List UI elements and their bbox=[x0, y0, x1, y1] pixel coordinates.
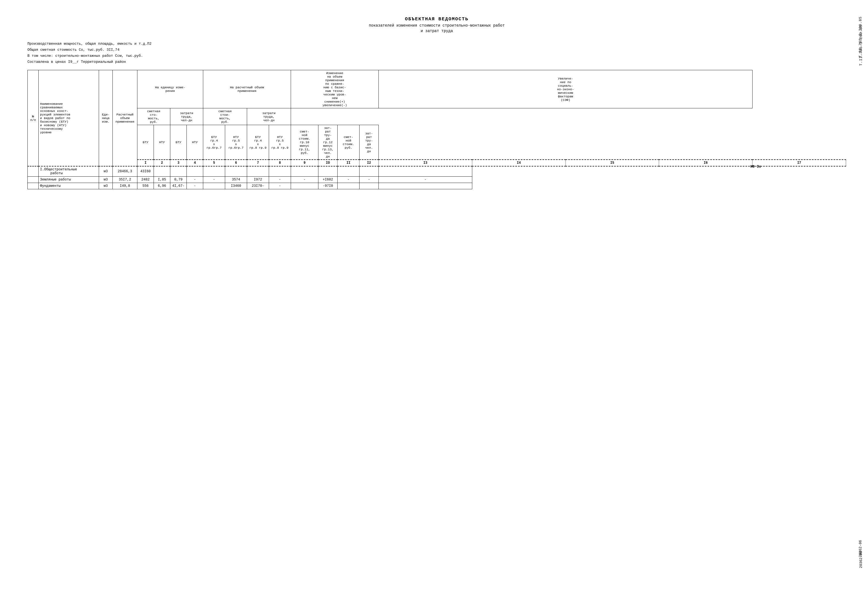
row2-c12: - bbox=[269, 177, 291, 183]
colnum-13: I3 bbox=[379, 160, 472, 166]
hdr-col14: смет-нойстоим.гр.10минусгр.11,руб. bbox=[291, 125, 319, 160]
header-col4: Расчетныйобъемприменения bbox=[113, 70, 137, 167]
row1-c8 bbox=[187, 166, 203, 177]
hdr-ntu4: НТУгр.5хгр.8 гр.9 bbox=[269, 125, 291, 160]
row3-c15 bbox=[338, 183, 360, 189]
row3-c10: I3460 bbox=[225, 183, 247, 189]
row1-name: I.Общестроительные работы bbox=[39, 166, 99, 177]
row3-c17 bbox=[379, 183, 472, 189]
header-col3: Еди-ницаизм. bbox=[99, 70, 113, 167]
colnum-4: 4 bbox=[187, 160, 203, 166]
hdr-col15b: смет-нойстоим.руб. bbox=[338, 125, 360, 160]
ho-io-annotation: HO Io bbox=[750, 164, 761, 169]
colnum-9: 9 bbox=[291, 160, 319, 166]
header-sub-zatrat2: затратитруда,чел-дн bbox=[247, 108, 291, 125]
row1-c7 bbox=[170, 166, 187, 177]
main-table: №п/п Наименованиесравниваемыхосновных ко… bbox=[27, 70, 846, 189]
row1-c6 bbox=[154, 166, 170, 177]
row2-c9: - bbox=[203, 177, 225, 183]
meta-line2: Общая сметная стоимость Со, тыс.руб. 3II… bbox=[27, 47, 846, 53]
row3-c9 bbox=[203, 183, 225, 189]
colnum-15: I5 bbox=[565, 160, 659, 166]
colnum-17: I7 bbox=[753, 160, 846, 166]
row1-num bbox=[28, 166, 39, 177]
header-col1: №п/п bbox=[28, 70, 39, 167]
row3-c16 bbox=[360, 183, 379, 189]
colnum-6: 6 bbox=[225, 160, 247, 166]
row2-c7: 0,79 bbox=[170, 177, 187, 183]
colnum-3: 3 bbox=[170, 160, 187, 166]
side-ref-bottom: 20362-06 bbox=[859, 551, 863, 568]
row1-vol1: 28466,3 bbox=[113, 166, 137, 177]
colnum-2: 2 bbox=[154, 160, 170, 166]
row1-c11 bbox=[247, 166, 269, 177]
header-sub-smetna: сметнаясто-мость,руб. bbox=[137, 108, 170, 125]
meta-line3: В том числе: строительно-монтажных работ… bbox=[27, 53, 846, 59]
colnum-14: I4 bbox=[472, 160, 565, 166]
header-sub-zatrat: затратитруда,чел-дн bbox=[170, 108, 203, 125]
row1-c16 bbox=[360, 166, 379, 177]
header-col7: Изменениена объемпримененияпо сравне-нию… bbox=[291, 70, 379, 108]
hdr-btu3: БТУгр.4хгр.6гр.7 bbox=[203, 125, 225, 160]
colnum-12: I2 bbox=[360, 160, 379, 166]
hdr-ntu2: НТУ bbox=[187, 125, 203, 160]
row3-c11: 23I70- bbox=[247, 183, 269, 189]
row3-c14: -97I0 bbox=[319, 183, 338, 189]
colnum-11: II bbox=[338, 160, 360, 166]
hdr-btu1: БТУ bbox=[137, 125, 154, 160]
row1-vol2: 43I60 bbox=[137, 166, 154, 177]
row1-c17 bbox=[379, 166, 472, 177]
header-row-2: сметнаясто-мость,руб. затратитруда,чел-д… bbox=[28, 108, 846, 125]
row3-c8: - bbox=[187, 183, 203, 189]
header-col5-group: На единицу изме-рения bbox=[137, 70, 203, 108]
page-subtitle1: показателей изменения стоимости строител… bbox=[27, 23, 846, 28]
row2-c10: 3574 bbox=[225, 177, 247, 183]
row1-c14 bbox=[319, 166, 338, 177]
colnum-16: I6 bbox=[659, 160, 753, 166]
row2-vol2: 2482 bbox=[137, 177, 154, 183]
row2-c13: - bbox=[291, 177, 319, 183]
colnum-8: 8 bbox=[269, 160, 291, 166]
row2-num bbox=[28, 177, 39, 183]
row3-name: Фундаменты bbox=[39, 183, 99, 189]
colnum-7: 7 bbox=[247, 160, 269, 166]
hdr-col16: зат-раттру-дачел.дн bbox=[360, 125, 379, 160]
row3-c6: 6,96 bbox=[154, 183, 170, 189]
header-col8: Увеличе-ние посоциаль-но-эконо-мическимф… bbox=[379, 70, 753, 108]
row2-unit: м3 bbox=[99, 177, 113, 183]
row1-c10 bbox=[225, 166, 247, 177]
row1-c13 bbox=[291, 166, 319, 177]
row2-c6: I,85 bbox=[154, 177, 170, 183]
colnum-1: I bbox=[137, 160, 154, 166]
row3-vol1: I49,8 bbox=[113, 183, 137, 189]
row3-num bbox=[28, 183, 39, 189]
row2-c17: - bbox=[379, 177, 472, 183]
header-col6-group: На расчетный объемприменения bbox=[203, 70, 291, 108]
row1-unit: м3 bbox=[99, 166, 113, 177]
meta-line1: Производственная мощность, общая площадь… bbox=[27, 41, 846, 47]
meta-line4: Составлена в ценах I9__г Территориальный… bbox=[27, 59, 846, 65]
hdr-ntu1: НТУ bbox=[154, 125, 170, 160]
colnum-10: IO bbox=[319, 160, 338, 166]
hdr-ntu3: НТУгр.5хгр.6гр.7 bbox=[225, 125, 247, 160]
row3-unit: м3 bbox=[99, 183, 113, 189]
page-subtitle2: и затрат труда bbox=[27, 29, 846, 33]
colnum-5: 5 bbox=[203, 160, 225, 166]
table-row: Земляные работы м3 35I7,2 2482 I,85 0,79… bbox=[28, 177, 846, 183]
row1-c9 bbox=[203, 166, 225, 177]
hdr-btu4: БТУгр.4хгр.8 гр.9 bbox=[247, 125, 269, 160]
row3-vol2: 556 bbox=[137, 183, 154, 189]
row2-vol1: 35I7,2 bbox=[113, 177, 137, 183]
row3-c13 bbox=[291, 183, 319, 189]
hdr-btu2: БТУ bbox=[170, 125, 187, 160]
hdr-col15a: зат-раттру-дагр.12минусгр.13,чел.дн bbox=[319, 125, 338, 160]
row2-name: Земляные работы bbox=[39, 177, 99, 183]
row2-c14: +I602 bbox=[319, 177, 338, 183]
meta-block: Производственная мощность, общая площадь… bbox=[27, 41, 846, 65]
row3-c7: 4I,67- bbox=[170, 183, 187, 189]
header-row-btu-ntu: БТУ НТУ БТУ НТУ БТУгр.4хгр.6гр.7 НТУгр.5… bbox=[28, 125, 846, 160]
header-sub-smetna2: сметнаястои-мость,руб. bbox=[203, 108, 247, 125]
col-numbers-row: I 2 3 4 5 6 7 8 9 IO II I2 I3 I4 I5 I6 I… bbox=[28, 160, 846, 166]
table-row: I.Общестроительные работы м3 28466,3 43I… bbox=[28, 166, 846, 177]
row2-c15: - bbox=[338, 177, 360, 183]
